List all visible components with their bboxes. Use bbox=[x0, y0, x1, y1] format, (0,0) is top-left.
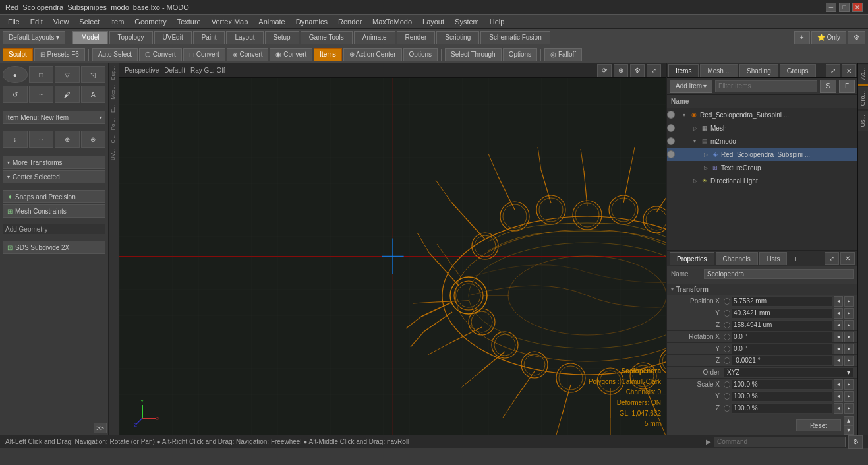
nav-settings-icon[interactable]: ⚙ bbox=[630, 64, 645, 77]
command-input[interactable] bbox=[714, 437, 846, 447]
rotation-z-left-arrow[interactable]: ◂ bbox=[834, 356, 843, 366]
tab-mesh[interactable]: Mesh ... bbox=[700, 64, 738, 77]
auto-select-button[interactable]: Auto Select bbox=[92, 48, 138, 61]
center-selected-button[interactable]: ▾ Center Selected bbox=[3, 170, 105, 183]
menu-geometry[interactable]: Geometry bbox=[129, 16, 171, 27]
mesh-constraints-button[interactable]: ⊞ Mesh Constraints bbox=[3, 204, 105, 218]
item-menu-dropdown[interactable]: Item Menu: New Item ▾ bbox=[3, 111, 105, 124]
convert-button-1[interactable]: ⬡ Convert bbox=[139, 48, 182, 61]
tab-layout[interactable]: Layout bbox=[226, 31, 263, 44]
scale-y-left-arrow[interactable]: ◂ bbox=[834, 391, 843, 402]
props-tab-channels[interactable]: Channels bbox=[716, 252, 758, 265]
rotation-y-left-arrow[interactable]: ◂ bbox=[834, 344, 843, 354]
tab-model[interactable]: Model bbox=[72, 31, 107, 44]
tab-render[interactable]: Render bbox=[397, 31, 436, 44]
vert-label-mes[interactable]: Mes... bbox=[109, 82, 119, 102]
panel-close-icon[interactable]: ✕ bbox=[842, 64, 856, 77]
eye-4[interactable] bbox=[667, 150, 680, 158]
eye-2[interactable] bbox=[667, 124, 680, 132]
vert-label-dup[interactable]: Dup... bbox=[109, 63, 119, 82]
rotation-y-input[interactable] bbox=[732, 344, 832, 354]
scale-y-input[interactable] bbox=[732, 391, 832, 402]
props-tab-lists[interactable]: Lists bbox=[759, 252, 788, 265]
props-tab-add[interactable]: + bbox=[788, 252, 801, 265]
snaps-button[interactable]: ✦ Snaps and Precision bbox=[3, 190, 105, 203]
tab-shading[interactable]: Shading bbox=[739, 64, 778, 77]
transform-section-title[interactable]: ▾ Transform bbox=[667, 284, 857, 295]
position-y-left-arrow[interactable]: ◂ bbox=[834, 308, 843, 319]
sds-subdivide-button[interactable]: ⊡ SDS Subdivide 2X bbox=[3, 241, 105, 254]
menu-select[interactable]: Select bbox=[74, 16, 105, 27]
viewport[interactable]: Perspective Default Ray GL: Off ⟳ ⊕ ⚙ ⤢ bbox=[119, 63, 666, 435]
props-close-icon[interactable]: ✕ bbox=[840, 252, 855, 265]
tree-item-m2modo[interactable]: ▾ ▤ m2modo bbox=[680, 135, 857, 148]
menu-edit[interactable]: Edit bbox=[25, 16, 48, 27]
menu-maxtomodo[interactable]: MaxToModo bbox=[367, 16, 417, 27]
order-dropdown[interactable]: XYZ ▾ bbox=[724, 367, 854, 378]
transform-btn-2[interactable]: ↔ bbox=[29, 131, 54, 148]
presets-button[interactable]: ⊞ Presets F6 bbox=[34, 48, 85, 61]
options-button-1[interactable]: Options bbox=[403, 48, 438, 61]
tab-schematic-fusion[interactable]: Schematic Fusion bbox=[480, 31, 550, 44]
scale-x-input[interactable] bbox=[732, 379, 832, 390]
convert-button-4[interactable]: ◉ Convert bbox=[270, 48, 312, 61]
convert-button-3[interactable]: ◈ Convert bbox=[227, 48, 269, 61]
tool-btn-circle[interactable]: ● bbox=[3, 66, 28, 83]
only-button[interactable]: ⭐ Only bbox=[811, 31, 846, 44]
scale-x-right-arrow[interactable]: ▸ bbox=[844, 379, 854, 390]
tree-item-light[interactable]: ▷ ☀ Directional Light bbox=[680, 174, 857, 187]
rotation-x-input[interactable] bbox=[732, 332, 832, 342]
menu-vertex-map[interactable]: Vertex Map bbox=[206, 16, 254, 27]
position-z-right-arrow[interactable]: ▸ bbox=[844, 320, 854, 330]
tab-items[interactable]: Items bbox=[668, 64, 699, 77]
tool-btn-plane[interactable]: ◹ bbox=[81, 66, 106, 83]
reset-down-arrow[interactable]: ▾ bbox=[844, 425, 854, 435]
vert-label-uv[interactable]: UV... bbox=[109, 146, 119, 163]
menu-view[interactable]: View bbox=[48, 16, 74, 27]
scale-z-input[interactable] bbox=[732, 403, 832, 414]
position-y-right-arrow[interactable]: ▸ bbox=[844, 308, 854, 319]
tab-paint[interactable]: Paint bbox=[193, 31, 225, 44]
tool-btn-spiral[interactable]: ~ bbox=[29, 86, 54, 103]
position-x-left-arrow[interactable]: ◂ bbox=[834, 296, 843, 307]
menu-render[interactable]: Render bbox=[333, 16, 367, 27]
position-y-dot[interactable] bbox=[724, 310, 730, 317]
menu-file[interactable]: File bbox=[3, 16, 25, 27]
more-transforms-button[interactable]: ▾ More Transforms bbox=[3, 156, 105, 169]
props-expand-icon[interactable]: ⤢ bbox=[825, 252, 839, 265]
transform-btn-3[interactable]: ⊕ bbox=[55, 131, 80, 148]
tab-scripting[interactable]: Scripting bbox=[436, 31, 479, 44]
rotation-y-right-arrow[interactable]: ▸ bbox=[844, 344, 854, 354]
tool-btn-cube[interactable]: □ bbox=[29, 66, 54, 83]
menu-texture[interactable]: Texture bbox=[172, 16, 206, 27]
tree-item-scolopendra[interactable]: ▷ ◈ Red_Scolopendra_Subspini ... bbox=[680, 148, 857, 161]
vert-label-pol[interactable]: Pol... bbox=[109, 115, 119, 133]
eye-3[interactable] bbox=[667, 137, 680, 145]
run-command-button[interactable]: ⚙ bbox=[848, 435, 863, 449]
maximize-button[interactable]: □ bbox=[839, 3, 850, 12]
position-x-dot[interactable] bbox=[724, 298, 730, 305]
side-tab-us[interactable]: Us... bbox=[858, 110, 868, 131]
tab-animate[interactable]: Animate bbox=[354, 31, 395, 44]
s-button[interactable]: S bbox=[820, 80, 836, 93]
tab-game-tools[interactable]: Game Tools bbox=[301, 31, 353, 44]
options-button-2[interactable]: Options bbox=[503, 48, 537, 61]
nav-expand-icon[interactable]: ⤢ bbox=[647, 64, 661, 77]
close-button[interactable]: ✕ bbox=[852, 3, 863, 12]
menu-layout[interactable]: Layout bbox=[417, 16, 449, 27]
sculpt-button[interactable]: Sculpt bbox=[3, 48, 33, 61]
position-z-dot[interactable] bbox=[724, 322, 730, 328]
transform-btn-4[interactable]: ⊗ bbox=[81, 131, 106, 148]
props-tab-properties[interactable]: Properties bbox=[670, 252, 714, 265]
tree-item-root[interactable]: ▾ ◉ Red_Scolopendra_Subspini ... bbox=[680, 108, 857, 121]
position-x-right-arrow[interactable]: ▸ bbox=[844, 296, 854, 307]
vert-label-e[interactable]: E... bbox=[109, 102, 119, 115]
eye-1[interactable] bbox=[667, 111, 680, 119]
tree-item-mesh[interactable]: ▷ ▦ Mesh bbox=[680, 121, 857, 135]
scale-x-dot[interactable] bbox=[724, 381, 730, 388]
panel-expand-icon[interactable]: ⤢ bbox=[826, 64, 840, 77]
select-through-button[interactable]: Select Through bbox=[445, 48, 502, 61]
menu-dynamics[interactable]: Dynamics bbox=[291, 16, 333, 27]
transform-btn-1[interactable]: ↕ bbox=[3, 131, 28, 148]
rotation-x-right-arrow[interactable]: ▸ bbox=[844, 332, 854, 342]
